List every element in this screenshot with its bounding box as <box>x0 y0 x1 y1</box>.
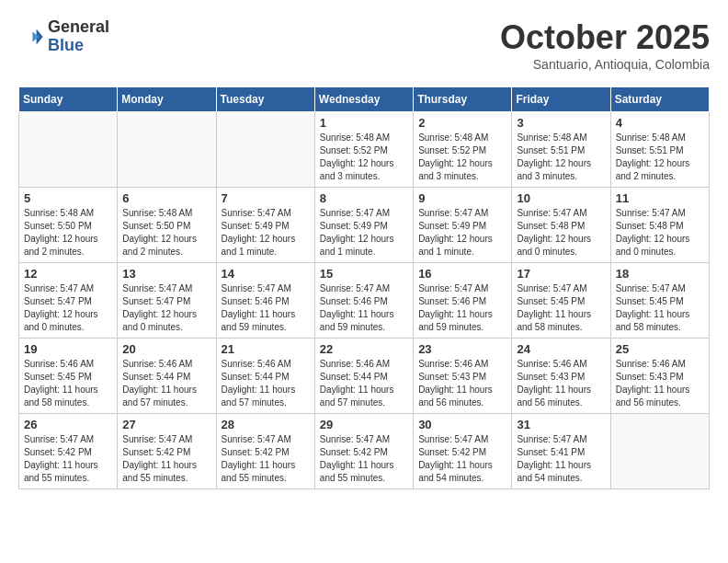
day-info: Sunrise: 5:47 AM Sunset: 5:42 PM Dayligh… <box>24 433 112 485</box>
day-info: Sunrise: 5:48 AM Sunset: 5:51 PM Dayligh… <box>616 132 704 183</box>
day-info: Sunrise: 5:46 AM Sunset: 5:43 PM Dayligh… <box>517 358 605 409</box>
day-number: 21 <box>222 342 310 356</box>
day-cell: 29Sunrise: 5:47 AM Sunset: 5:42 PM Dayli… <box>314 414 413 489</box>
day-info: Sunrise: 5:47 AM Sunset: 5:45 PM Dayligh… <box>616 282 704 334</box>
day-number: 19 <box>24 342 112 356</box>
day-info: Sunrise: 5:47 AM Sunset: 5:46 PM Dayligh… <box>320 282 408 334</box>
day-number: 3 <box>517 116 605 130</box>
day-info: Sunrise: 5:47 AM Sunset: 5:49 PM Dayligh… <box>222 207 310 259</box>
day-cell <box>610 414 709 489</box>
day-cell: 9Sunrise: 5:47 AM Sunset: 5:49 PM Daylig… <box>414 188 512 263</box>
day-cell: 22Sunrise: 5:46 AM Sunset: 5:44 PM Dayli… <box>314 339 413 414</box>
day-number: 6 <box>122 191 210 205</box>
day-number: 2 <box>418 116 506 130</box>
calendar: SundayMondayTuesdayWednesdayThursdayFrid… <box>18 86 710 489</box>
day-number: 13 <box>122 267 210 281</box>
day-cell: 16Sunrise: 5:47 AM Sunset: 5:46 PM Dayli… <box>414 263 512 339</box>
day-info: Sunrise: 5:46 AM Sunset: 5:45 PM Dayligh… <box>24 358 112 409</box>
week-row-2: 5Sunrise: 5:48 AM Sunset: 5:50 PM Daylig… <box>19 188 710 263</box>
day-cell: 2Sunrise: 5:48 AM Sunset: 5:52 PM Daylig… <box>414 112 512 188</box>
weekday-header-row: SundayMondayTuesdayWednesdayThursdayFrid… <box>19 87 710 112</box>
day-cell: 12Sunrise: 5:47 AM Sunset: 5:47 PM Dayli… <box>19 263 118 339</box>
day-number: 15 <box>320 267 408 281</box>
day-cell: 20Sunrise: 5:46 AM Sunset: 5:44 PM Dayli… <box>118 339 216 414</box>
day-cell <box>216 112 314 188</box>
day-info: Sunrise: 5:46 AM Sunset: 5:44 PM Dayligh… <box>320 358 408 409</box>
logo-icon <box>18 24 44 50</box>
day-info: Sunrise: 5:47 AM Sunset: 5:48 PM Dayligh… <box>616 207 704 259</box>
day-number: 31 <box>517 418 605 431</box>
title-block: October 2025 Santuario, Antioquia, Colom… <box>500 18 710 72</box>
weekday-header-sunday: Sunday <box>19 87 118 112</box>
day-cell: 8Sunrise: 5:47 AM Sunset: 5:49 PM Daylig… <box>314 188 413 263</box>
day-cell: 17Sunrise: 5:47 AM Sunset: 5:45 PM Dayli… <box>512 263 610 339</box>
day-info: Sunrise: 5:47 AM Sunset: 5:48 PM Dayligh… <box>517 207 605 259</box>
weekday-header-monday: Monday <box>118 87 216 112</box>
weekday-header-wednesday: Wednesday <box>314 87 413 112</box>
day-info: Sunrise: 5:47 AM Sunset: 5:42 PM Dayligh… <box>320 433 408 485</box>
day-number: 18 <box>616 267 704 281</box>
month-title: October 2025 <box>500 18 710 57</box>
day-info: Sunrise: 5:47 AM Sunset: 5:45 PM Dayligh… <box>517 282 605 334</box>
day-cell: 30Sunrise: 5:47 AM Sunset: 5:42 PM Dayli… <box>414 414 512 489</box>
weekday-header-friday: Friday <box>512 87 610 112</box>
day-cell: 6Sunrise: 5:48 AM Sunset: 5:50 PM Daylig… <box>118 188 216 263</box>
day-info: Sunrise: 5:47 AM Sunset: 5:46 PM Dayligh… <box>418 282 506 334</box>
day-cell: 24Sunrise: 5:46 AM Sunset: 5:43 PM Dayli… <box>512 339 610 414</box>
day-cell: 31Sunrise: 5:47 AM Sunset: 5:41 PM Dayli… <box>512 414 610 489</box>
day-cell: 26Sunrise: 5:47 AM Sunset: 5:42 PM Dayli… <box>19 414 118 489</box>
day-number: 12 <box>24 267 112 281</box>
day-cell <box>118 112 216 188</box>
day-info: Sunrise: 5:46 AM Sunset: 5:44 PM Dayligh… <box>222 358 310 409</box>
day-cell: 5Sunrise: 5:48 AM Sunset: 5:50 PM Daylig… <box>19 188 118 263</box>
day-number: 16 <box>418 267 506 281</box>
day-info: Sunrise: 5:47 AM Sunset: 5:47 PM Dayligh… <box>24 282 112 334</box>
day-info: Sunrise: 5:48 AM Sunset: 5:50 PM Dayligh… <box>24 207 112 259</box>
day-cell: 27Sunrise: 5:47 AM Sunset: 5:42 PM Dayli… <box>118 414 216 489</box>
day-cell: 13Sunrise: 5:47 AM Sunset: 5:47 PM Dayli… <box>118 263 216 339</box>
day-number: 30 <box>418 418 506 431</box>
weekday-header-saturday: Saturday <box>610 87 709 112</box>
day-cell: 28Sunrise: 5:47 AM Sunset: 5:42 PM Dayli… <box>216 414 314 489</box>
day-number: 22 <box>320 342 408 356</box>
day-info: Sunrise: 5:48 AM Sunset: 5:50 PM Dayligh… <box>122 207 210 259</box>
day-info: Sunrise: 5:46 AM Sunset: 5:44 PM Dayligh… <box>122 358 210 409</box>
day-number: 17 <box>517 267 605 281</box>
day-cell: 10Sunrise: 5:47 AM Sunset: 5:48 PM Dayli… <box>512 188 610 263</box>
week-row-4: 19Sunrise: 5:46 AM Sunset: 5:45 PM Dayli… <box>19 339 710 414</box>
day-cell: 18Sunrise: 5:47 AM Sunset: 5:45 PM Dayli… <box>610 263 709 339</box>
day-cell: 14Sunrise: 5:47 AM Sunset: 5:46 PM Dayli… <box>216 263 314 339</box>
day-info: Sunrise: 5:47 AM Sunset: 5:46 PM Dayligh… <box>222 282 310 334</box>
day-number: 11 <box>616 191 704 205</box>
week-row-1: 1Sunrise: 5:48 AM Sunset: 5:52 PM Daylig… <box>19 112 710 188</box>
day-cell: 19Sunrise: 5:46 AM Sunset: 5:45 PM Dayli… <box>19 339 118 414</box>
day-number: 5 <box>24 191 112 205</box>
location: Santuario, Antioquia, Colombia <box>500 57 710 72</box>
day-info: Sunrise: 5:47 AM Sunset: 5:49 PM Dayligh… <box>418 207 506 259</box>
day-info: Sunrise: 5:47 AM Sunset: 5:42 PM Dayligh… <box>222 433 310 485</box>
day-info: Sunrise: 5:47 AM Sunset: 5:42 PM Dayligh… <box>122 433 210 485</box>
day-info: Sunrise: 5:48 AM Sunset: 5:51 PM Dayligh… <box>517 132 605 183</box>
day-info: Sunrise: 5:47 AM Sunset: 5:47 PM Dayligh… <box>122 282 210 334</box>
day-cell: 11Sunrise: 5:47 AM Sunset: 5:48 PM Dayli… <box>610 188 709 263</box>
day-number: 1 <box>320 116 408 130</box>
day-info: Sunrise: 5:48 AM Sunset: 5:52 PM Dayligh… <box>320 132 408 183</box>
day-cell: 23Sunrise: 5:46 AM Sunset: 5:43 PM Dayli… <box>414 339 512 414</box>
day-number: 14 <box>222 267 310 281</box>
logo: General Blue <box>18 18 109 55</box>
day-number: 26 <box>24 418 112 431</box>
day-cell: 21Sunrise: 5:46 AM Sunset: 5:44 PM Dayli… <box>216 339 314 414</box>
day-info: Sunrise: 5:47 AM Sunset: 5:42 PM Dayligh… <box>418 433 506 485</box>
day-info: Sunrise: 5:48 AM Sunset: 5:52 PM Dayligh… <box>418 132 506 183</box>
day-number: 7 <box>222 191 310 205</box>
day-number: 23 <box>418 342 506 356</box>
day-number: 8 <box>320 191 408 205</box>
day-info: Sunrise: 5:47 AM Sunset: 5:49 PM Dayligh… <box>320 207 408 259</box>
logo-line2: Blue <box>48 37 109 55</box>
day-number: 28 <box>222 418 310 431</box>
day-cell: 1Sunrise: 5:48 AM Sunset: 5:52 PM Daylig… <box>314 112 413 188</box>
day-number: 9 <box>418 191 506 205</box>
day-number: 10 <box>517 191 605 205</box>
day-cell: 3Sunrise: 5:48 AM Sunset: 5:51 PM Daylig… <box>512 112 610 188</box>
logo-line1: General <box>48 18 109 37</box>
